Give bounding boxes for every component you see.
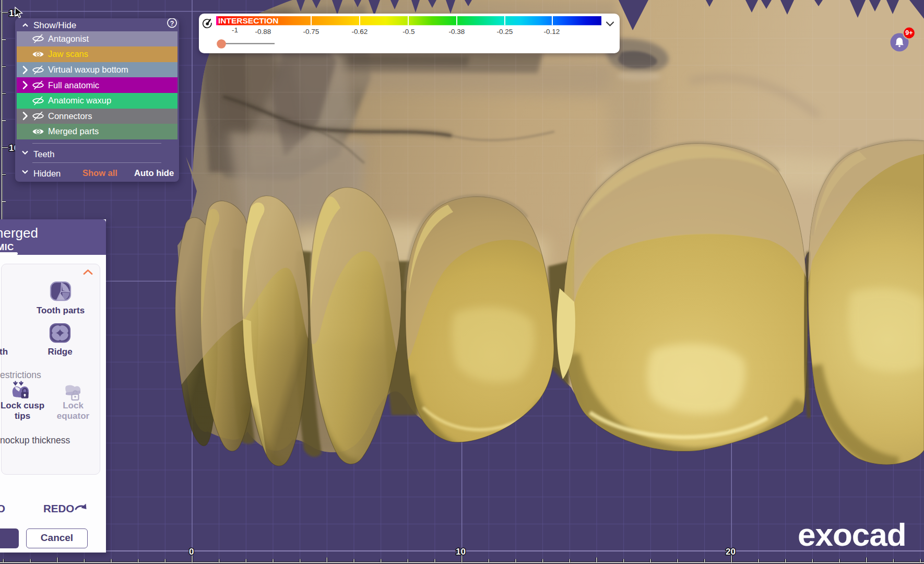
svg-text:-0.75: -0.75 [303,28,319,36]
svg-text:-0.5: -0.5 [402,28,414,36]
svg-text:10: 10 [456,547,466,557]
svg-text:-0.62: -0.62 [352,28,368,36]
svg-text:-1: -1 [232,26,238,34]
svg-text:-0.25: -0.25 [497,28,513,36]
svg-text:0: 0 [189,547,194,557]
svg-text:INTERSECTION: INTERSECTION [218,16,278,25]
svg-text:-0.38: -0.38 [449,28,465,36]
svg-text:20: 20 [726,547,736,557]
svg-text:?: ? [170,20,174,27]
svg-text:-0.12: -0.12 [544,28,560,36]
svg-text:9+: 9+ [905,29,913,37]
svg-text:O: O [0,502,5,514]
svg-text:REDO: REDO [43,502,74,514]
svg-text:-0.88: -0.88 [255,28,271,36]
svg-text:exocad: exocad [798,516,906,553]
